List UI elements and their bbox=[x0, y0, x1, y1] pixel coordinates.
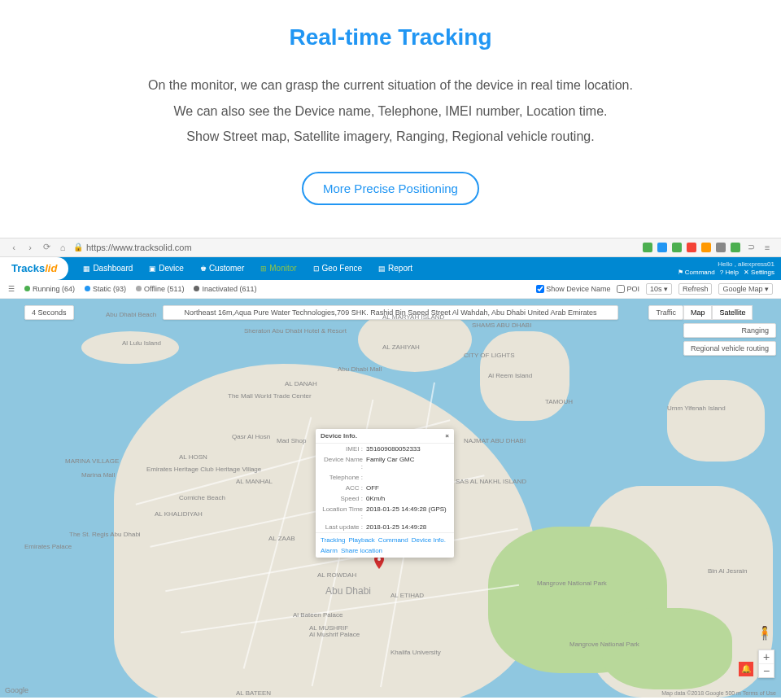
settings-link[interactable]: ✕ Settings bbox=[744, 269, 774, 277]
popup-title: Device Info. bbox=[321, 432, 357, 440]
place-label: SAS AL NAKHL ISLAND bbox=[456, 478, 526, 485]
acc-value: OFF bbox=[366, 484, 379, 492]
device-info-popup: Device Info. × IMEI :351609080052333 Dev… bbox=[316, 429, 454, 558]
alarm-link[interactable]: Alarm bbox=[321, 547, 338, 554]
map-canvas[interactable]: 4 Seconds Northeast 16m,Aqua Pure Water … bbox=[0, 299, 781, 698]
extension-icon[interactable] bbox=[731, 243, 740, 252]
speed-value: 0Km/h bbox=[366, 495, 385, 502]
gear-icon: ✕ bbox=[744, 269, 749, 276]
place-label: AL KHALIDIYAH bbox=[155, 510, 203, 518]
place-label: Al Lulu Island bbox=[122, 339, 161, 347]
browser-toolbar: ‹ › ⟳ ⌂ 🔒 https://www.tracksolid.com ⊃ ≡ bbox=[0, 238, 781, 257]
place-label: AL DANAH bbox=[285, 380, 317, 387]
place-label: Sheraton Abu Dhabi Hotel & Resort bbox=[244, 327, 347, 335]
place-label: AL BATEEN bbox=[236, 689, 271, 697]
customer-icon: ♚ bbox=[200, 265, 207, 273]
city-label: Abu Dhabi bbox=[325, 585, 371, 597]
poi-checkbox[interactable]: POI bbox=[617, 285, 639, 293]
pegman-icon[interactable]: 🧍 bbox=[757, 625, 773, 641]
place-label: MARINA VILLAGE bbox=[65, 457, 119, 465]
zoom-in-button[interactable]: + bbox=[759, 650, 774, 664]
extension-icon[interactable] bbox=[716, 243, 726, 252]
url-text[interactable]: https://www.tracksolid.com bbox=[86, 243, 192, 252]
status-static[interactable]: Static (93) bbox=[85, 285, 126, 293]
command-link[interactable]: ⚑ Command bbox=[678, 269, 715, 277]
status-offline[interactable]: Offline (511) bbox=[136, 285, 184, 293]
place-label: Al Mushrif Palace bbox=[309, 631, 360, 638]
zoom-out-button[interactable]: − bbox=[759, 664, 774, 677]
precise-positioning-button[interactable]: More Precise Positioning bbox=[302, 172, 479, 205]
device-info-link[interactable]: Device Info. bbox=[412, 536, 446, 544]
place-label: AL MUSHRIF bbox=[309, 624, 348, 632]
traffic-chip[interactable]: Traffic bbox=[648, 305, 683, 320]
place-label: NAJMAT ABU DHABI bbox=[464, 437, 526, 444]
status-running[interactable]: Running (64) bbox=[24, 285, 75, 293]
hero-line: Show Street map, Satellite imagery, Rang… bbox=[33, 126, 748, 147]
extension-icon[interactable] bbox=[701, 243, 711, 252]
map-type-toggle[interactable]: Map Satellite bbox=[683, 305, 776, 320]
hero-line: We can also see the Device name, Telepho… bbox=[33, 101, 748, 122]
extension-icon[interactable] bbox=[657, 243, 667, 252]
ranging-button[interactable]: Ranging bbox=[683, 323, 776, 338]
reload-icon[interactable]: ⟳ bbox=[41, 242, 52, 253]
extension-icon[interactable] bbox=[643, 243, 652, 252]
svg-point-0 bbox=[377, 558, 381, 561]
regional-routing-button[interactable]: Regional vehicle routing bbox=[683, 341, 776, 356]
place-label: Al Reem Island bbox=[488, 372, 532, 379]
google-logo: Google bbox=[5, 686, 28, 694]
satellite-label[interactable]: Satellite bbox=[712, 305, 753, 320]
close-icon[interactable]: × bbox=[445, 432, 449, 440]
command-link[interactable]: Command bbox=[378, 536, 408, 544]
place-label: AL ROWDAH bbox=[317, 571, 356, 579]
interval-select[interactable]: 10s ▾ bbox=[646, 283, 672, 295]
status-bar: ☰ Running (64) Static (93) Offline (511)… bbox=[0, 280, 781, 299]
logo[interactable]: Trackslid bbox=[0, 257, 68, 280]
imei-value: 351609080052333 bbox=[366, 445, 421, 453]
place-label: Umm Yifenah Island bbox=[667, 405, 726, 412]
place-label: Abu Dhabi Beach bbox=[106, 311, 156, 318]
seconds-chip: 4 Seconds bbox=[24, 305, 74, 320]
place-label: Bin Al Jesrain bbox=[708, 567, 747, 575]
extension-icon[interactable] bbox=[687, 243, 696, 252]
dashboard-icon: ▦ bbox=[83, 265, 90, 273]
menu-icon[interactable]: ≡ bbox=[761, 242, 773, 253]
zoom-control: + − bbox=[758, 650, 774, 678]
sidebar-toggle[interactable]: ☰ bbox=[8, 285, 15, 293]
map-attribution: Map data ©2018 Google 500 m Terms of Use bbox=[661, 690, 776, 696]
place-label: Abu Dhabi Mall bbox=[338, 365, 382, 373]
playback-link[interactable]: Playback bbox=[348, 536, 374, 544]
back-icon[interactable]: ‹ bbox=[8, 242, 20, 253]
refresh-button[interactable]: Refresh bbox=[678, 283, 713, 295]
help-link[interactable]: ? Help bbox=[720, 269, 739, 277]
hero-line: On the monitor, we can grasp the current… bbox=[33, 75, 748, 96]
tracking-link[interactable]: Tracking bbox=[321, 536, 345, 544]
place-label: Corniche Beach bbox=[179, 494, 225, 501]
place-label: AL ZAAB bbox=[268, 535, 295, 542]
place-label: Mad Shop bbox=[277, 437, 306, 444]
alert-bell-icon[interactable]: 🔔 bbox=[739, 662, 753, 676]
nav-device[interactable]: ▣Device bbox=[141, 264, 192, 273]
share-location-link[interactable]: Share location bbox=[341, 547, 382, 554]
place-label: Marina Mall bbox=[81, 471, 115, 479]
nav-report[interactable]: ▤Report bbox=[370, 264, 421, 273]
place-label: AL MANHAL bbox=[236, 478, 273, 485]
nav-dashboard[interactable]: ▦Dashboard bbox=[75, 264, 141, 273]
map-label[interactable]: Map bbox=[683, 305, 713, 320]
extension-icon[interactable] bbox=[672, 243, 682, 252]
place-label: Khalifa University bbox=[390, 649, 441, 656]
place-label: SHAMS ABU DHABI bbox=[472, 322, 531, 329]
nav-customer[interactable]: ♚Customer bbox=[192, 264, 252, 273]
forward-icon[interactable]: › bbox=[24, 242, 36, 253]
greeting: Hello , aliexpress01 bbox=[718, 260, 774, 269]
place-label: TAMOUH bbox=[545, 398, 573, 405]
map-type-select[interactable]: Google Map ▾ bbox=[718, 283, 773, 295]
place-label: Al Bateen Palace bbox=[293, 611, 343, 619]
last-update-value: 2018-01-25 14:49:28 bbox=[366, 523, 426, 531]
show-device-name-checkbox[interactable]: Show Device Name bbox=[536, 285, 610, 293]
home-icon[interactable]: ⌂ bbox=[57, 242, 68, 253]
status-inactivated[interactable]: Inactivated (611) bbox=[194, 285, 256, 293]
nav-geofence[interactable]: ⊡Geo Fence bbox=[305, 264, 370, 273]
menu-icon[interactable]: ⊃ bbox=[745, 242, 757, 253]
place-label: Emirates Heritage Club Heritage Village bbox=[146, 466, 261, 473]
nav-monitor[interactable]: ⊞Monitor bbox=[252, 264, 304, 273]
